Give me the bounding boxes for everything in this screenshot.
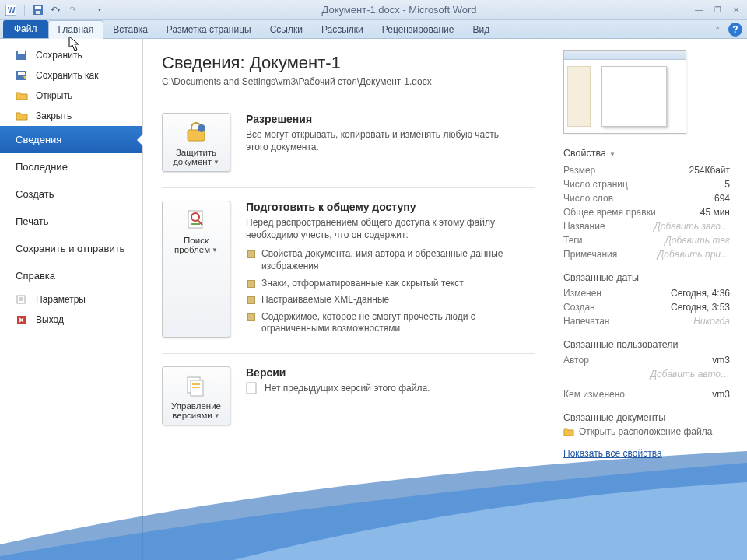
section-desc: Перед распространением общего доступа к … xyxy=(246,216,510,241)
save-icon[interactable] xyxy=(32,4,44,16)
nav-info[interactable]: Сведения xyxy=(0,126,142,153)
prop-edit-time: Общее время правки45 мин xyxy=(563,205,730,219)
svg-rect-10 xyxy=(19,297,23,299)
folder-open-icon xyxy=(16,90,28,101)
nav-help[interactable]: Справка xyxy=(0,262,142,289)
nav-label: Последние xyxy=(16,161,68,173)
word-app-icon[interactable]: W xyxy=(5,4,17,16)
prop-tags[interactable]: ТегиДобавить тег xyxy=(563,233,730,247)
section-prepare: Поиск проблем▼ Подготовить к общему дост… xyxy=(162,201,535,338)
prop-title[interactable]: НазваниеДобавить заго… xyxy=(563,219,730,233)
tab-insert[interactable]: Вставка xyxy=(103,21,157,38)
save-icon xyxy=(16,50,28,61)
prop-author[interactable]: Авторvm3 xyxy=(563,353,730,367)
section-title: Подготовить к общему доступу xyxy=(246,201,535,213)
nav-options[interactable]: Параметры xyxy=(0,289,142,310)
svg-rect-20 xyxy=(192,387,200,388)
issue-item: Содержимое, которое не смогут прочесть л… xyxy=(246,309,510,338)
section-desc: Все могут открывать, копировать и изменя… xyxy=(246,128,510,153)
manage-versions-button[interactable]: Управление версиями▼ xyxy=(162,366,230,425)
backstage-view: Сохранить Сохранить как Открыть Закрыть … xyxy=(0,39,747,560)
svg-rect-3 xyxy=(35,6,41,9)
tab-review[interactable]: Рецензирование xyxy=(373,21,464,38)
document-icon xyxy=(246,382,258,394)
info-heading: Сведения: Документ-1 xyxy=(162,53,535,73)
save-as-icon xyxy=(16,70,28,81)
nav-save-as[interactable]: Сохранить как xyxy=(0,65,142,86)
options-icon xyxy=(16,294,28,305)
nav-recent[interactable]: Последние xyxy=(0,153,142,180)
tab-mailings[interactable]: Рассылки xyxy=(312,21,373,38)
chevron-down-icon: ▼ xyxy=(214,412,220,419)
section-title: Версии xyxy=(246,366,535,379)
tab-view[interactable]: Вид xyxy=(463,21,499,38)
no-versions-text: Нет предыдущих версий этого файла. xyxy=(265,383,430,394)
open-file-location[interactable]: Открыть расположение файла xyxy=(563,426,730,437)
nav-save-send[interactable]: Сохранить и отправить xyxy=(0,235,142,262)
ribbon-tabs: Файл Главная Вставка Разметка страницы С… xyxy=(0,20,747,39)
prop-printed: НапечатанНикогда xyxy=(563,314,730,328)
chevron-down-icon: ▼ xyxy=(213,159,219,166)
folder-close-icon xyxy=(16,110,28,121)
check-issues-button[interactable]: Поиск проблем▼ xyxy=(162,201,230,338)
qat-customize-icon[interactable]: ▾ xyxy=(93,4,106,16)
tab-home[interactable]: Главная xyxy=(48,20,104,39)
show-all-properties[interactable]: Показать все свойства xyxy=(563,448,662,459)
divider xyxy=(162,100,535,100)
issue-item: Настраиваемые XML-данные xyxy=(246,292,510,309)
backstage-nav: Сохранить Сохранить как Открыть Закрыть … xyxy=(0,39,143,560)
properties-dropdown[interactable]: Свойства▼ xyxy=(563,148,730,159)
prop-add-author[interactable]: Добавить авто… xyxy=(563,367,730,381)
exit-icon xyxy=(16,314,28,325)
tab-references[interactable]: Ссылки xyxy=(261,21,312,38)
open-location-label: Открыть расположение файла xyxy=(579,426,712,437)
prop-modified: ИзмененСегодня, 4:36 xyxy=(563,286,730,300)
prop-last-mod-by: Кем измененоvm3 xyxy=(563,387,730,401)
nav-label: Печать xyxy=(16,215,49,227)
redo-icon[interactable]: ↷ xyxy=(66,4,79,16)
prop-words: Число слов694 xyxy=(563,191,730,205)
nav-save[interactable]: Сохранить xyxy=(0,45,142,65)
nav-open[interactable]: Открыть xyxy=(0,86,142,106)
nav-exit[interactable]: Выход xyxy=(0,310,142,330)
svg-rect-6 xyxy=(18,51,25,54)
tab-page-layout[interactable]: Разметка страницы xyxy=(157,21,261,38)
properties-label: Свойства xyxy=(563,148,606,159)
inspect-icon xyxy=(166,208,226,233)
properties-panel: Свойства▼ Размер254Кбайт Число страниц5 … xyxy=(554,39,747,560)
chevron-down-icon: ▼ xyxy=(212,247,218,254)
svg-text:W: W xyxy=(8,6,16,15)
close-button[interactable]: ✕ xyxy=(730,5,742,16)
restore-button[interactable]: ❐ xyxy=(711,5,724,16)
nav-new[interactable]: Создать xyxy=(0,180,142,208)
nav-print[interactable]: Печать xyxy=(0,208,142,235)
document-path: C:\Documents and Settings\vm3\Рабочий ст… xyxy=(162,76,535,87)
prop-created: СозданСегодня, 3:53 xyxy=(563,300,730,314)
svg-rect-11 xyxy=(19,299,23,301)
divider xyxy=(162,187,535,188)
help-icon[interactable]: ? xyxy=(728,23,742,37)
protect-document-button[interactable]: Защитить документ▼ xyxy=(162,113,230,172)
svg-rect-19 xyxy=(192,383,200,385)
window-controls: — ❐ ✕ xyxy=(693,5,742,16)
prop-comments[interactable]: ПримечанияДобавить при… xyxy=(563,247,730,261)
nav-label: Закрыть xyxy=(36,110,72,121)
tab-file[interactable]: Файл xyxy=(3,20,48,38)
prop-size: Размер254Кбайт xyxy=(563,163,730,177)
window-title: Документ-1.docx - Microsoft Word xyxy=(106,4,693,16)
nav-label: Параметры xyxy=(36,294,86,305)
ribbon-minimize-icon[interactable]: ⌃ xyxy=(714,26,721,34)
lock-shield-icon xyxy=(166,120,226,145)
undo-icon[interactable]: ↶▾ xyxy=(49,4,61,16)
svg-point-14 xyxy=(198,124,205,132)
nav-close[interactable]: Закрыть xyxy=(0,106,142,126)
quick-access-toolbar: W ↶▾ ↷ ▾ xyxy=(5,4,106,16)
document-thumbnail[interactable] xyxy=(563,50,686,134)
minimize-button[interactable]: — xyxy=(693,5,705,16)
nav-label: Сохранить и отправить xyxy=(16,243,124,254)
issue-item: Знаки, отформатированные как скрытый тек… xyxy=(246,275,510,292)
separator xyxy=(86,5,86,16)
nav-label: Выход xyxy=(36,314,64,325)
button-label: Поиск проблем xyxy=(174,236,210,254)
group-dates: Связанные даты xyxy=(563,272,730,283)
